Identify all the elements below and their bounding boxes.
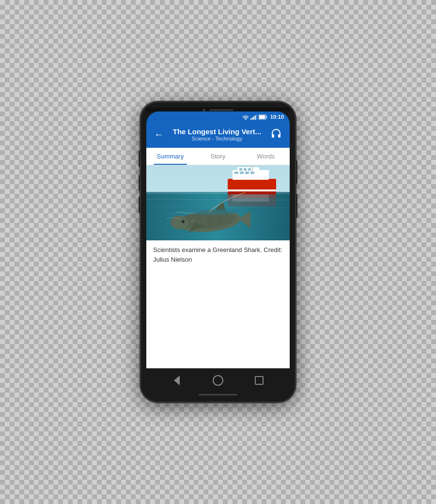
tab-summary[interactable]: Summary	[146, 148, 194, 165]
svg-rect-21	[248, 168, 251, 171]
svg-rect-4	[256, 114, 257, 120]
battery-icon	[259, 114, 267, 120]
svg-rect-3	[255, 115, 256, 120]
svg-rect-22	[234, 172, 238, 174]
svg-point-34	[182, 220, 185, 223]
svg-rect-24	[245, 172, 249, 174]
status-time: 10:10	[270, 114, 284, 120]
image-caption: Scientists examine a Greenland Shark. Cr…	[146, 240, 290, 270]
svg-rect-2	[253, 116, 254, 120]
bottom-indicator	[199, 394, 237, 395]
article-title: The Longest Living Vert...	[166, 127, 268, 136]
tab-story[interactable]: Story	[194, 148, 242, 165]
headphones-icon	[270, 128, 282, 139]
svg-point-37	[207, 216, 212, 221]
svg-rect-30	[233, 194, 269, 202]
status-bar: 10:10	[146, 111, 290, 122]
header-title-block: The Longest Living Vert... Science - Tec…	[166, 127, 268, 142]
svg-point-36	[198, 216, 202, 220]
app-header: ← The Longest Living Vert... Science - T…	[146, 122, 290, 148]
status-icons	[242, 114, 267, 120]
content-area: Scientists examine a Greenland Shark. Cr…	[146, 165, 290, 368]
article-category: Science - Technology	[166, 136, 268, 142]
nav-back-button[interactable]	[170, 374, 184, 387]
nav-recent-button[interactable]	[252, 374, 266, 387]
svg-point-38	[217, 218, 221, 221]
svg-rect-26	[252, 165, 253, 171]
earpiece	[209, 109, 234, 111]
svg-point-39	[191, 220, 194, 222]
phone-device: 10:10 ← The Longest Living Vert... Scien…	[140, 102, 296, 402]
svg-rect-1	[252, 117, 253, 120]
svg-rect-25	[250, 172, 254, 174]
recent-square-icon	[255, 376, 264, 385]
earpiece-area	[146, 108, 290, 111]
svg-rect-0	[250, 118, 251, 120]
signal-icon	[250, 114, 257, 120]
svg-rect-23	[240, 172, 244, 174]
svg-rect-27	[228, 189, 276, 191]
tabs-bar: Summary Story Words	[146, 148, 290, 165]
phone-bottom-strip	[146, 393, 290, 396]
nav-home-button[interactable]	[211, 374, 225, 387]
svg-rect-19	[239, 168, 242, 171]
bottom-nav	[146, 368, 290, 393]
phone-screen: 10:10 ← The Longest Living Vert... Scien…	[146, 111, 290, 393]
tab-words[interactable]: Words	[242, 148, 290, 165]
home-circle-icon	[213, 375, 223, 386]
svg-rect-6	[266, 116, 267, 118]
svg-rect-7	[259, 115, 265, 119]
article-image	[146, 165, 290, 240]
back-button[interactable]: ←	[152, 127, 166, 142]
back-triangle-icon	[174, 376, 180, 385]
svg-rect-20	[244, 168, 247, 171]
audio-button[interactable]	[268, 126, 284, 143]
svg-point-35	[183, 220, 184, 221]
svg-rect-28	[228, 191, 276, 194]
wifi-icon	[242, 114, 249, 120]
